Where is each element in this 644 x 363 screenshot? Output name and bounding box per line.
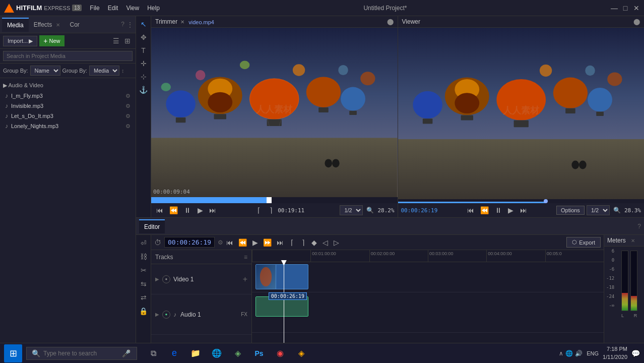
network-icon[interactable]: 🌐 [565,350,573,357]
arrow-up-icon[interactable]: ∧ [559,350,563,357]
track-add-button[interactable]: + [243,275,247,284]
notification-icon[interactable]: 💬 [631,349,640,357]
mark-in-button[interactable]: ⌈ [253,205,264,215]
tab-effects[interactable]: Effects ✕ [29,18,65,31]
item-settings-icon[interactable]: ⚙ [125,113,131,119]
menu-edit[interactable]: Edit [108,5,118,12]
tl-to-end-button[interactable]: ⏭ [275,237,286,248]
group-by-select[interactable]: Name [30,66,60,76]
select-tool-button[interactable]: ↖ [138,18,150,30]
item-settings-icon[interactable]: ⚙ [125,93,131,99]
import-button[interactable]: Import... ▶ [3,36,37,46]
editor-tool-1[interactable]: ⏎ [138,237,150,249]
tl-settings-icon[interactable]: ⚙ [218,239,223,246]
viewer-maximize-icon[interactable]: ⬤ [633,18,640,25]
sort-icon[interactable]: ↕ [121,68,124,74]
viewer-playhead[interactable] [544,199,548,203]
taskbar-search[interactable]: 🔍 🎤 [26,347,137,360]
viewer-rate-select[interactable]: 1/2 [587,205,610,215]
task-view-button[interactable]: ⧉ [143,344,163,362]
menu-view[interactable]: View [126,5,139,12]
tl-play-button[interactable]: ▶ [250,237,260,248]
taskbar-search-input[interactable] [43,350,119,357]
trimmer-maximize-icon[interactable]: ⬤ [387,18,394,25]
track-audio-eye-button[interactable]: ● [162,311,170,319]
transform-tool-button[interactable]: ⊹ [138,71,150,83]
viewer-play-button[interactable]: ▶ [506,205,516,215]
pause-button[interactable]: ⏸ [182,205,193,215]
app7[interactable]: ◈ [291,344,311,362]
track-expand-icon[interactable]: ▶ [155,276,159,282]
tab-media[interactable]: Media [2,18,29,32]
track-fx-icon[interactable]: FX [241,312,247,317]
editor-tool-5[interactable]: ⇄ [138,291,150,304]
meters-close-button[interactable]: ✕ [631,238,635,244]
tab-editor[interactable]: Editor [139,219,165,233]
anchor-tool-button[interactable]: ⚓ [138,84,150,96]
microphone-icon[interactable]: 🎤 [122,349,131,357]
effects-tab-close[interactable]: ✕ [56,22,60,28]
trimmer-playhead[interactable] [267,197,272,203]
audio-clip[interactable] [255,296,308,317]
new-button[interactable]: + New [39,35,64,46]
trimmer-timeline-bar[interactable] [151,197,398,203]
timeline-timecode[interactable]: 00:00:26:19 [164,237,215,248]
maximize-button[interactable]: □ [622,5,629,12]
close-button[interactable]: ✕ [633,5,640,12]
app6[interactable]: ◉ [270,344,290,362]
tl-mark-in-button[interactable]: ⌈ [287,237,297,248]
crop-tool-button[interactable]: ✛ [138,57,150,70]
grid-view-button[interactable]: ⊞ [122,36,133,46]
playback-rate-select[interactable]: 1/2 [340,205,363,215]
to-end-button[interactable]: ⏭ [207,205,218,215]
move-tool-button[interactable]: ✥ [138,31,150,43]
to-start-button[interactable]: ⏮ [154,205,165,215]
viewer-pause-button[interactable]: ⏸ [493,205,504,215]
panel-dots-icon[interactable]: ⋮ [126,21,134,29]
viewer-prev-button[interactable]: ⏪ [478,205,491,215]
editor-tool-6[interactable]: 🔒 [138,305,150,317]
viewer-to-start-button[interactable]: ⏮ [465,205,476,215]
menu-help[interactable]: Help [147,5,160,12]
tracks-menu-icon[interactable]: ≡ [244,254,247,261]
minimize-button[interactable]: — [611,5,618,12]
tab-cor[interactable]: Cor [65,18,85,31]
video-clip[interactable] [255,264,308,289]
prev-frame-button[interactable]: ⏪ [167,205,180,215]
tl-add-marker-button[interactable]: ◆ [309,237,319,248]
export-button[interactable]: ⬡ Export [566,237,601,248]
editor-tool-2[interactable]: ⛓ [138,251,150,263]
track-audio-expand-icon[interactable]: ▶ [155,312,159,317]
list-item[interactable]: ♪ Let_s_Do_It.mp3 ⚙ [3,111,133,121]
start-button[interactable]: ⊞ [4,344,22,362]
app4[interactable]: ◈ [228,344,248,362]
search-input[interactable] [3,51,133,61]
group-by2-select[interactable]: Media [89,66,119,76]
explorer-app[interactable]: 📁 [185,344,206,362]
menu-file[interactable]: File [90,5,99,12]
viewer-to-end-button[interactable]: ⏭ [518,205,529,215]
play-button[interactable]: ▶ [195,205,205,215]
tl-prev-marker-button[interactable]: ◁ [320,237,330,248]
tl-next-marker-button[interactable]: ▷ [331,237,341,248]
speaker-icon[interactable]: 🔊 [575,350,583,357]
options-button[interactable]: Options [556,206,585,215]
item-settings-icon[interactable]: ⚙ [125,103,131,109]
editor-tool-3[interactable]: ✂ [138,264,150,276]
chrome-app[interactable]: 🌐 [207,344,227,362]
tl-prev-button[interactable]: ⏪ [236,237,249,248]
list-view-button[interactable]: ☰ [111,36,121,46]
editor-question-icon[interactable]: ? [637,223,641,230]
text-tool-button[interactable]: T [138,44,150,56]
tl-mark-out-button[interactable]: ⌉ [298,237,308,248]
tl-next-button[interactable]: ⏩ [261,237,274,248]
edge-app[interactable]: e [164,344,184,362]
list-item[interactable]: ♪ I_m_Fly.mp3 ⚙ [3,91,133,101]
track-eye-button[interactable]: ● [162,275,170,283]
list-item[interactable]: ♪ Lonely_Nights.mp3 ⚙ [3,121,133,131]
mark-out-button[interactable]: ⌉ [266,205,276,215]
viewer-timeline-bar[interactable] [398,199,645,203]
tl-to-start-button[interactable]: ⏮ [224,237,235,248]
list-item[interactable]: ♪ Invisible.mp3 ⚙ [3,101,133,111]
ps-app[interactable]: Ps [249,344,269,362]
